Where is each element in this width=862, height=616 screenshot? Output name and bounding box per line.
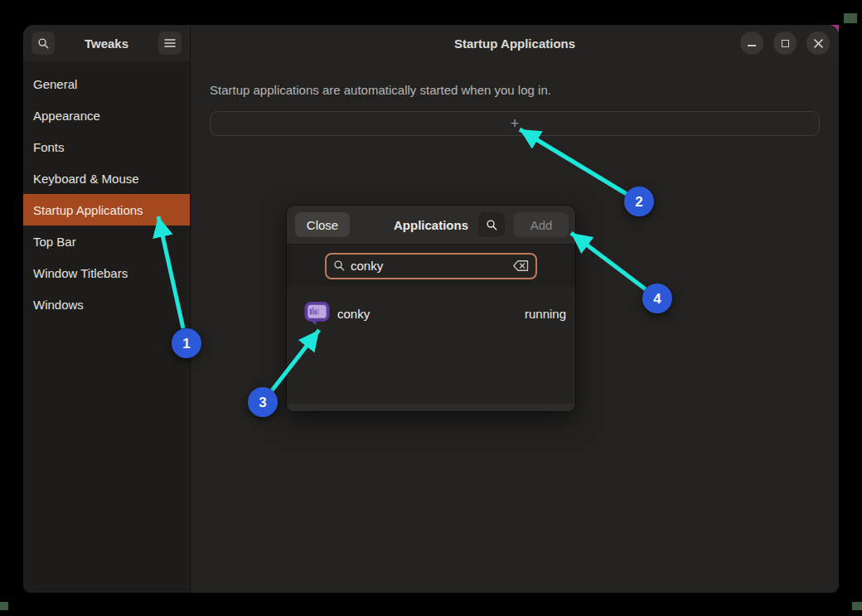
desktop-wallpaper-sliver: [852, 602, 862, 610]
minimize-button[interactable]: [740, 32, 763, 55]
startup-applications-page: Startup applications are automatically s…: [191, 61, 839, 136]
sidebar-item-top-bar[interactable]: Top Bar: [23, 226, 190, 257]
maximize-icon: [782, 40, 789, 47]
desktop-wallpaper-sliver: [844, 13, 857, 23]
desktop-wallpaper-sliver: [0, 602, 8, 610]
close-icon: [814, 39, 823, 48]
app-name: conky: [337, 307, 370, 321]
page-title: Startup Applications: [454, 36, 575, 51]
window-controls: [740, 32, 830, 55]
sidebar-item-appearance[interactable]: Appearance: [23, 99, 190, 131]
close-button[interactable]: [806, 32, 830, 55]
sidebar-item-fonts[interactable]: Fonts: [23, 131, 190, 162]
search-icon: [333, 259, 346, 272]
sidebar: Tweaks General Appearance Fonts Keyboard…: [23, 25, 191, 593]
sidebar-item-keyboard-mouse[interactable]: Keyboard & Mouse: [23, 162, 190, 194]
maximize-button[interactable]: [773, 32, 797, 55]
hamburger-icon: [164, 38, 176, 48]
page-description: Startup applications are automatically s…: [210, 83, 820, 97]
applications-dialog: Close Applications Add: [287, 206, 575, 411]
applications-list: conky running: [287, 287, 575, 404]
add-button[interactable]: Add: [514, 212, 569, 237]
app-row-conky[interactable]: conky running: [287, 293, 575, 333]
sidebar-item-windows[interactable]: Windows: [23, 289, 190, 320]
minimize-icon: [748, 45, 756, 46]
dialog-search-row: [287, 244, 575, 287]
plus-icon: +: [511, 115, 520, 133]
search-icon: [37, 37, 50, 50]
dialog-search-toggle[interactable]: [478, 212, 505, 237]
sidebar-list: General Appearance Fonts Keyboard & Mous…: [23, 61, 190, 320]
menu-button[interactable]: [158, 32, 182, 55]
dialog-header-actions: Add: [478, 212, 569, 237]
sidebar-item-window-titlebars[interactable]: Window Titlebars: [23, 257, 190, 289]
conky-app-icon: [304, 301, 330, 327]
main-headerbar: Startup Applications: [191, 25, 839, 61]
sidebar-item-startup-applications[interactable]: Startup Applications: [23, 194, 190, 226]
dialog-headerbar: Close Applications Add: [287, 206, 575, 244]
dialog-close-button[interactable]: Close: [295, 212, 350, 237]
search-button[interactable]: [31, 32, 55, 55]
app-title: Tweaks: [55, 36, 158, 51]
search-input[interactable]: [351, 259, 508, 273]
sidebar-header: Tweaks: [23, 25, 190, 61]
sidebar-item-general[interactable]: General: [23, 68, 190, 99]
app-status: running: [525, 307, 566, 321]
add-row[interactable]: +: [210, 111, 820, 136]
search-entry[interactable]: [325, 253, 537, 279]
dialog-footer: [287, 404, 575, 411]
clear-input-icon[interactable]: [513, 260, 529, 271]
search-icon: [486, 219, 498, 231]
